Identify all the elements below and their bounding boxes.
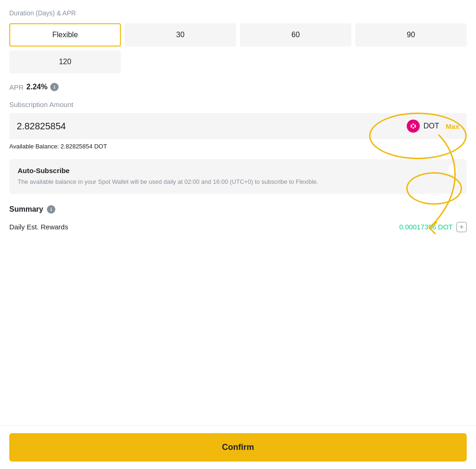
daily-est-value: 0.00017396 DOT — [399, 223, 453, 231]
confirm-bar: Confirm — [0, 425, 476, 469]
duration-btn-120[interactable]: 120 — [9, 50, 121, 74]
rewards-value-row: 0.00017396 DOT + — [399, 222, 467, 232]
subscription-amount-input[interactable] — [17, 121, 407, 132]
duration-btn-flexible[interactable]: Flexible — [9, 23, 121, 47]
svg-point-5 — [410, 126, 412, 127]
auto-subscribe-text: Auto-Subscribe The available balance in … — [18, 167, 458, 187]
token-name: DOT — [423, 122, 439, 130]
summary-row: Summary i — [9, 205, 467, 214]
available-balance: Available Balance: 2.82825854 DOT — [9, 143, 467, 150]
duration-section-label: Duration (Days) & APR — [9, 9, 467, 17]
dot-token-icon — [407, 120, 420, 133]
summary-info-icon[interactable]: i — [47, 205, 55, 214]
duration-grid: Flexible 30 60 90 — [9, 23, 467, 47]
svg-point-2 — [412, 127, 414, 128]
auto-subscribe-title: Auto-Subscribe — [18, 167, 449, 174]
rewards-row: Daily Est. Rewards 0.00017396 DOT + — [9, 222, 467, 232]
summary-title: Summary — [9, 205, 43, 214]
svg-point-6 — [414, 126, 416, 127]
duration-btn-90[interactable]: 90 — [355, 23, 467, 47]
auto-subscribe-box: Auto-Subscribe The available balance in … — [9, 159, 467, 194]
subscription-label: Subscription Amount — [9, 100, 467, 108]
apr-info-icon[interactable]: i — [50, 83, 59, 91]
max-button[interactable]: Max — [446, 122, 459, 130]
daily-est-label: Daily Est. Rewards — [9, 223, 68, 231]
apr-value: 2.24% — [26, 83, 47, 91]
confirm-button[interactable]: Confirm — [9, 433, 467, 462]
svg-point-1 — [412, 123, 414, 125]
svg-point-3 — [410, 125, 412, 126]
rewards-expand-button[interactable]: + — [456, 222, 467, 232]
duration-grid-second: 120 — [9, 50, 467, 74]
apr-label: APR — [9, 83, 24, 91]
apr-row: APR 2.24% i — [9, 83, 467, 91]
subscription-input-row: DOT Max — [9, 113, 467, 139]
auto-subscribe-description: The available balance in your Spot Walle… — [18, 177, 449, 187]
svg-point-4 — [414, 125, 416, 126]
duration-btn-60[interactable]: 60 — [240, 23, 351, 47]
duration-btn-30[interactable]: 30 — [125, 23, 236, 47]
